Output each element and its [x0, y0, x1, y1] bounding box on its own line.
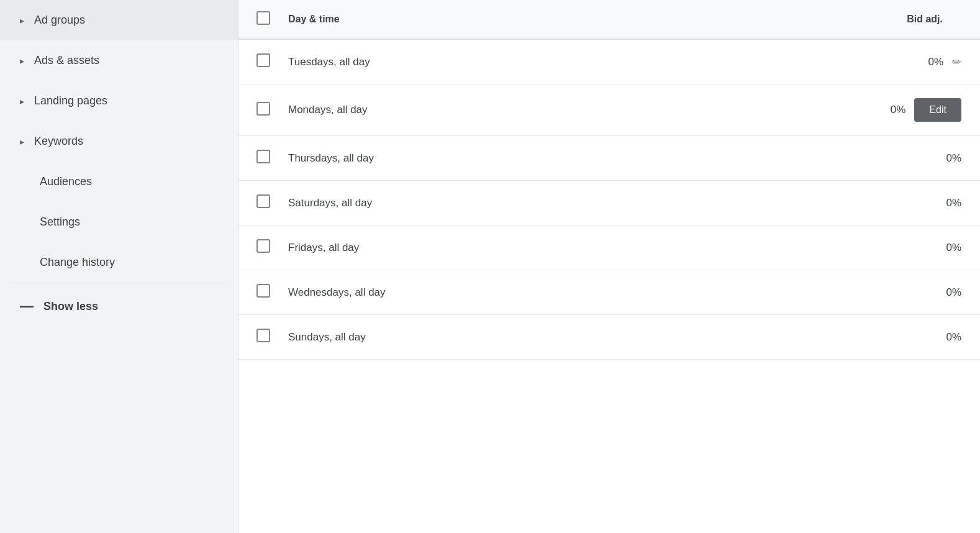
sidebar-item-ads-assets[interactable]: ▸Ads & assets [0, 40, 238, 81]
chevron-right-icon: ▸ [20, 137, 24, 147]
sidebar-item-change-history[interactable]: Change history [0, 242, 238, 283]
row-bid-cell: 0% [597, 270, 980, 315]
sidebar-item-label: Audiences [40, 175, 92, 188]
table-row: Tuesdays, all day0%✏ [238, 39, 980, 84]
bid-value: 0% [946, 152, 961, 165]
row-day-label: Thursdays, all day [276, 136, 597, 181]
bid-value: 0% [946, 286, 961, 299]
table-header-row: Day & time Bid adj. [238, 0, 980, 39]
row-day-label: Mondays, all day [276, 84, 597, 136]
bid-cell-content: 0%Edit [610, 98, 961, 122]
row-day-label: Wednesdays, all day [276, 270, 597, 315]
sidebar-item-keywords[interactable]: ▸Keywords [0, 121, 238, 162]
table-row: Fridays, all day0% [238, 226, 980, 270]
edit-button[interactable]: Edit [914, 98, 961, 122]
bid-cell-content: 0%✏ [610, 55, 961, 69]
sidebar-item-audiences[interactable]: Audiences [0, 162, 238, 202]
header-checkbox[interactable] [256, 11, 270, 25]
chevron-right-icon: ▸ [20, 96, 24, 106]
chevron-right-icon: ▸ [20, 16, 24, 25]
table-row: Wednesdays, all day0% [238, 270, 980, 315]
bid-adj-header: Bid adj. [597, 0, 980, 39]
row-checkbox[interactable] [256, 53, 270, 67]
row-checkbox-cell [238, 270, 276, 315]
bid-value: 0% [946, 242, 961, 254]
row-checkbox-cell [238, 39, 276, 84]
bid-cell-content: 0% [610, 242, 961, 254]
row-checkbox[interactable] [256, 194, 270, 208]
table-row: Saturdays, all day0% [238, 181, 980, 226]
sidebar-item-label: Settings [40, 216, 80, 229]
edit-pencil-icon[interactable]: ✏ [952, 55, 961, 69]
row-checkbox[interactable] [256, 284, 270, 298]
sidebar-item-label: Landing pages [34, 94, 107, 107]
row-day-label: Sundays, all day [276, 315, 597, 360]
row-checkbox-cell [238, 181, 276, 226]
table-row: Mondays, all day0%Edit [238, 84, 980, 136]
row-bid-cell: 0% [597, 226, 980, 270]
row-checkbox-cell [238, 315, 276, 360]
day-time-header-label: Day & time [288, 14, 340, 24]
row-bid-cell: 0% [597, 136, 980, 181]
sidebar-item-label: Keywords [34, 135, 83, 148]
sidebar-item-landing-pages[interactable]: ▸Landing pages [0, 81, 238, 121]
bid-adj-header-label: Bid adj. [907, 14, 943, 24]
row-day-label: Saturdays, all day [276, 181, 597, 226]
show-less-icon: — [20, 299, 34, 313]
row-checkbox[interactable] [256, 150, 270, 163]
row-checkbox-cell [238, 136, 276, 181]
bid-value: 0% [946, 331, 961, 344]
row-day-label: Fridays, all day [276, 226, 597, 270]
sidebar-item-label: Change history [40, 256, 115, 269]
row-bid-cell: 0%✏ [597, 39, 980, 84]
row-bid-cell: 0% [597, 315, 980, 360]
table-row: Sundays, all day0% [238, 315, 980, 360]
day-time-table: Day & time Bid adj. Tuesdays, all day0%✏… [238, 0, 980, 360]
row-checkbox-cell [238, 226, 276, 270]
row-checkbox[interactable] [256, 102, 270, 116]
show-less-label: Show less [43, 300, 98, 313]
bid-value: 0% [928, 56, 943, 68]
show-less-button[interactable]: —Show less [0, 283, 238, 329]
row-checkbox-cell [238, 84, 276, 136]
sidebar-item-label: Ad groups [34, 14, 85, 27]
sidebar-item-ad-groups[interactable]: ▸Ad groups [0, 0, 238, 40]
sidebar-item-settings[interactable]: Settings [0, 202, 238, 242]
main-content: Day & time Bid adj. Tuesdays, all day0%✏… [238, 0, 980, 533]
bid-cell-content: 0% [610, 286, 961, 299]
bid-cell-content: 0% [610, 152, 961, 165]
row-checkbox[interactable] [256, 239, 270, 253]
bid-cell-content: 0% [610, 331, 961, 344]
day-time-header: Day & time [276, 0, 597, 39]
header-checkbox-cell [238, 0, 276, 39]
sidebar-item-label: Ads & assets [34, 54, 99, 67]
bid-cell-content: 0% [610, 197, 961, 209]
row-bid-cell: 0%Edit [597, 84, 980, 136]
row-checkbox[interactable] [256, 329, 270, 342]
bid-value: 0% [946, 197, 961, 209]
table-row: Thursdays, all day0% [238, 136, 980, 181]
sidebar: ▸Ad groups▸Ads & assets▸Landing pages▸Ke… [0, 0, 238, 533]
bid-value: 0% [891, 104, 906, 116]
row-bid-cell: 0% [597, 181, 980, 226]
row-day-label: Tuesdays, all day [276, 39, 597, 84]
chevron-right-icon: ▸ [20, 56, 24, 66]
